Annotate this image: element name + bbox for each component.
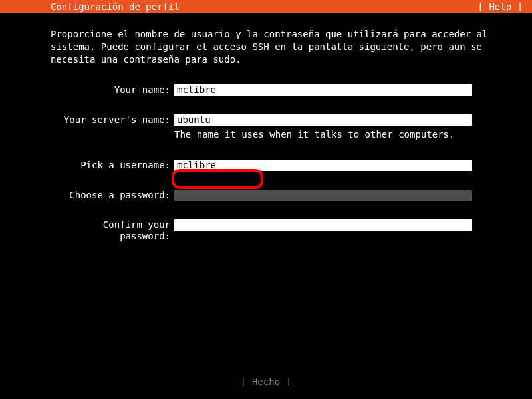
content-area: Proporcione el nombre de usuario y la co… [0, 13, 532, 242]
label-username: Pick a username: [51, 160, 174, 171]
page-title: Configuración de perfil [51, 1, 180, 12]
row-password: Choose a password: [51, 190, 505, 201]
row-your-name: Your name: mclibre [51, 84, 505, 96]
input-your-name[interactable]: mclibre [174, 84, 472, 96]
hint-server-name: The name it uses when it talks to other … [174, 128, 505, 141]
input-password[interactable] [174, 190, 472, 201]
label-confirm-password: Confirm your password: [51, 219, 174, 242]
input-username[interactable]: mclibre [174, 160, 472, 171]
header-bar: Configuración de perfil [ Help ] [0, 0, 532, 13]
help-button[interactable]: [ Help ] [478, 1, 523, 12]
row-username: Pick a username: mclibre [51, 160, 505, 171]
footer-bar: [ Hecho ] [0, 376, 532, 387]
label-server-name: Your server's name: [51, 114, 174, 126]
row-server-name: Your server's name: ubuntu [51, 114, 505, 126]
done-button[interactable]: [ Hecho ] [241, 376, 291, 387]
label-password: Choose a password: [51, 190, 174, 201]
label-your-name: Your name: [51, 84, 174, 96]
input-confirm-password[interactable] [174, 219, 472, 231]
row-confirm-password: Confirm your password: [51, 219, 505, 242]
input-server-name[interactable]: ubuntu [174, 114, 472, 126]
instructions-text: Proporcione el nombre de usuario y la co… [51, 28, 505, 66]
